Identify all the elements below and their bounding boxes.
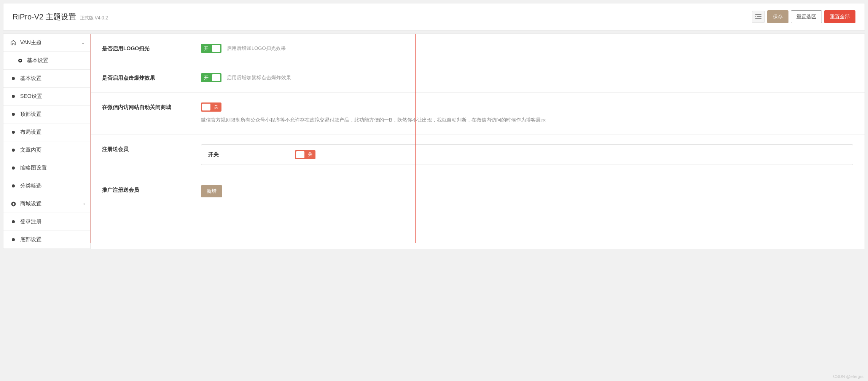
- row-logo-sweep: 是否启用LOGO扫光 开 启用后增加LOGO扫光效果: [91, 34, 865, 63]
- save-button[interactable]: 保存: [767, 10, 788, 23]
- row-promo-register: 推广注册送会员 新增: [91, 175, 865, 207]
- home-icon: [10, 40, 16, 46]
- chevron-right-icon: ›: [83, 201, 85, 207]
- toggle-logo-sweep[interactable]: 开: [201, 44, 221, 53]
- header-bar: RiPro-V2 主题设置 正式版 V4.0.2 保存 重置选区 重置全部: [3, 3, 865, 30]
- toggle-text: 开: [204, 75, 209, 81]
- sidebar-label: SEO设置: [20, 93, 42, 100]
- sidebar-item-van-theme[interactable]: VAN主题 ⌄: [3, 34, 90, 52]
- sidebar-item-category[interactable]: 分类筛选: [3, 177, 90, 195]
- nested-label: 开关: [208, 151, 219, 158]
- header-actions: 保存 重置选区 重置全部: [752, 10, 855, 23]
- sidebar-item-top[interactable]: 顶部设置: [3, 106, 90, 123]
- sidebar-label: 基本设置: [27, 57, 48, 64]
- sidebar-label: 文章内页: [20, 147, 41, 154]
- sidebar-label: 基本设置: [20, 75, 41, 82]
- sidebar-item-layout[interactable]: 布局设置: [3, 123, 90, 141]
- desc-wechat-close: 微信官方规则限制所有公众号小程序等不允许存在虚拟交易付款产品，此功能方便的一B，…: [201, 116, 853, 124]
- row-wechat-close: 在微信内访网站自动关闭商城 关 微信官方规则限制所有公众号小程序等不允许存在虚拟…: [91, 93, 865, 134]
- label-logo-sweep: 是否启用LOGO扫光: [102, 44, 201, 52]
- svg-point-1: [19, 60, 21, 61]
- sidebar: VAN主题 ⌄ 基本设置 基本设置 SEO设置 顶部设置: [3, 34, 91, 249]
- sidebar-item-shop[interactable]: 商城设置 ›: [3, 195, 90, 213]
- label-register-gift: 注册送会员: [102, 144, 201, 153]
- toggle-wechat-close[interactable]: 关: [201, 102, 221, 112]
- page-title: RiPro-V2 主题设置: [13, 12, 76, 22]
- toggle-knob: [212, 45, 220, 52]
- sidebar-item-article[interactable]: 文章内页: [3, 141, 90, 159]
- sidebar-item-basic-child[interactable]: 基本设置: [3, 52, 90, 70]
- sidebar-item-seo[interactable]: SEO设置: [3, 88, 90, 106]
- toggle-text: 关: [214, 104, 218, 110]
- toggle-text: 开: [204, 45, 209, 52]
- add-promo-button[interactable]: 新增: [201, 185, 222, 197]
- chevron-down-icon: ⌄: [81, 40, 85, 45]
- toggle-knob: [202, 104, 210, 110]
- sidebar-label: 商城设置: [20, 200, 41, 207]
- bullet-icon: [10, 111, 16, 117]
- sidebar-label: 布局设置: [20, 129, 41, 136]
- label-promo-register: 推广注册送会员: [102, 185, 201, 194]
- nested-register-box: 开关 关: [201, 144, 853, 165]
- sidebar-item-basic[interactable]: 基本设置: [3, 70, 90, 88]
- gear-filled-icon: [17, 58, 23, 64]
- label-click-explode: 是否启用点击爆炸效果: [102, 73, 201, 82]
- version-label: 正式版 V4.0.2: [80, 15, 108, 21]
- sidebar-item-thumbnail[interactable]: 缩略图设置: [3, 159, 90, 177]
- bullet-icon: [10, 93, 16, 99]
- bullet-icon: [10, 183, 16, 189]
- collapse-icon: [755, 14, 761, 20]
- bullet-icon: [10, 147, 16, 153]
- reset-section-button[interactable]: 重置选区: [791, 10, 822, 23]
- sidebar-item-login[interactable]: 登录注册: [3, 213, 90, 231]
- sidebar-label: 缩略图设置: [20, 165, 47, 171]
- toggle-knob: [212, 74, 220, 81]
- sidebar-label: 底部设置: [20, 236, 41, 243]
- label-wechat-close: 在微信内访网站自动关闭商城: [102, 102, 201, 111]
- hint-click-explode: 启用后增加鼠标点击爆炸效果: [227, 74, 291, 81]
- bullet-icon: [10, 219, 16, 225]
- toggle-knob: [296, 151, 304, 158]
- bullet-icon: [10, 165, 16, 171]
- header-left: RiPro-V2 主题设置 正式版 V4.0.2: [13, 12, 108, 22]
- toggle-register-gift[interactable]: 关: [295, 150, 315, 159]
- toggle-text: 关: [308, 151, 312, 158]
- main-panel: 是否启用LOGO扫光 开 启用后增加LOGO扫光效果 是否启用点击爆炸效果: [91, 34, 865, 249]
- plus-circle-icon: [10, 201, 16, 207]
- bullet-icon: [10, 237, 16, 243]
- sidebar-label: VAN主题: [20, 39, 41, 46]
- sidebar-item-footer[interactable]: 底部设置: [3, 231, 90, 249]
- bullet-icon: [10, 75, 16, 82]
- collapse-button[interactable]: [752, 11, 765, 23]
- sidebar-label: 顶部设置: [20, 111, 41, 118]
- row-register-gift: 注册送会员 开关 关: [91, 134, 865, 175]
- row-click-explode: 是否启用点击爆炸效果 开 启用后增加鼠标点击爆炸效果: [91, 63, 865, 93]
- toggle-click-explode[interactable]: 开: [201, 73, 221, 82]
- reset-all-button[interactable]: 重置全部: [824, 10, 855, 23]
- bullet-icon: [10, 129, 16, 135]
- sidebar-label: 分类筛选: [20, 182, 41, 189]
- sidebar-label: 登录注册: [20, 218, 41, 225]
- hint-logo-sweep: 启用后增加LOGO扫光效果: [227, 45, 286, 52]
